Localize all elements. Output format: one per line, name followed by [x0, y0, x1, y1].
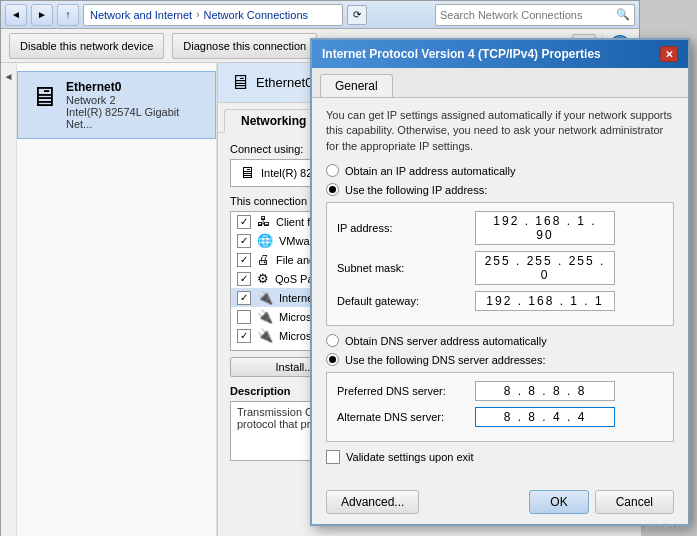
manual-ip-label: Use the following IP address:	[345, 184, 487, 196]
auto-dns-label: Obtain DNS server address automatically	[345, 335, 547, 347]
ok-button[interactable]: OK	[529, 490, 588, 514]
alt-dns-label: Alternate DNS server:	[337, 411, 467, 423]
gateway-field[interactable]: 192 . 168 . 1 . 1	[475, 291, 615, 311]
manual-dns-radio-row[interactable]: Use the following DNS server addresses:	[326, 353, 674, 366]
auto-dns-radio[interactable]	[326, 334, 339, 347]
dialog-title-bar: Internet Protocol Version 4 (TCP/IPv4) P…	[312, 40, 688, 68]
alt-dns-row: Alternate DNS server: 8 . 8 . 4 . 4	[337, 407, 663, 427]
pref-dns-row: Preferred DNS server: 8 . 8 . 8 . 8	[337, 381, 663, 401]
dialog-description: You can get IP settings assigned automat…	[326, 108, 674, 154]
validate-checkbox-row[interactable]: Validate settings upon exit	[326, 450, 674, 464]
auto-ip-label: Obtain an IP address automatically	[345, 165, 515, 177]
gateway-label: Default gateway:	[337, 295, 467, 307]
ip-section: IP address: 192 . 168 . 1 . 90 Subnet ma…	[326, 202, 674, 326]
manual-ip-radio-row[interactable]: Use the following IP address:	[326, 183, 674, 196]
subnet-label: Subnet mask:	[337, 262, 467, 274]
tcpip-dialog: Internet Protocol Version 4 (TCP/IPv4) P…	[310, 38, 690, 526]
gateway-row: Default gateway: 192 . 168 . 1 . 1	[337, 291, 663, 311]
manual-ip-radio[interactable]	[326, 183, 339, 196]
ip-address-field[interactable]: 192 . 168 . 1 . 90	[475, 211, 615, 245]
watermark: wsxdm.com	[645, 522, 693, 532]
manual-dns-radio[interactable]	[326, 353, 339, 366]
dns-section: Preferred DNS server: 8 . 8 . 8 . 8 Alte…	[326, 372, 674, 442]
subnet-field[interactable]: 255 . 255 . 255 . 0	[475, 251, 615, 285]
auto-ip-radio[interactable]	[326, 164, 339, 177]
dialog-tab-general[interactable]: General	[320, 74, 393, 97]
auto-dns-radio-row[interactable]: Obtain DNS server address automatically	[326, 334, 674, 347]
advanced-button[interactable]: Advanced...	[326, 490, 419, 514]
cancel-button[interactable]: Cancel	[595, 490, 674, 514]
dialog-close-button[interactable]: ✕	[660, 46, 678, 62]
validate-label: Validate settings upon exit	[346, 451, 474, 463]
dialog-body: You can get IP settings assigned automat…	[312, 98, 688, 484]
manual-dns-label: Use the following DNS server addresses:	[345, 354, 546, 366]
subnet-row: Subnet mask: 255 . 255 . 255 . 0	[337, 251, 663, 285]
validate-checkbox[interactable]	[326, 450, 340, 464]
dialog-overlay: Internet Protocol Version 4 (TCP/IPv4) P…	[0, 0, 697, 536]
alt-dns-field[interactable]: 8 . 8 . 4 . 4	[475, 407, 615, 427]
ip-address-row: IP address: 192 . 168 . 1 . 90	[337, 211, 663, 245]
auto-ip-radio-row[interactable]: Obtain an IP address automatically	[326, 164, 674, 177]
dialog-tabs: General	[312, 68, 688, 98]
pref-dns-field[interactable]: 8 . 8 . 8 . 8	[475, 381, 615, 401]
ip-address-label: IP address:	[337, 222, 467, 234]
pref-dns-label: Preferred DNS server:	[337, 385, 467, 397]
dialog-title-text: Internet Protocol Version 4 (TCP/IPv4) P…	[322, 47, 601, 61]
dialog-buttons: Advanced... OK Cancel	[312, 484, 688, 524]
